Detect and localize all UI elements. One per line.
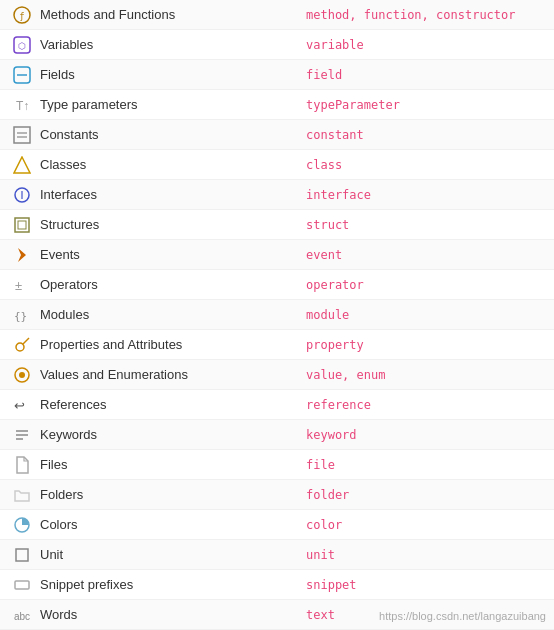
icon-files	[8, 456, 36, 474]
label-type-parameters: Type parameters	[36, 97, 306, 112]
row-modules: {} Modules module	[0, 300, 554, 330]
row-snippet-prefixes: Snippet prefixes snippet	[0, 570, 554, 600]
watermark: https://blog.csdn.net/langazuibang	[379, 610, 546, 622]
row-type-parameters: T↑ Type parameters typeParameter	[0, 90, 554, 120]
value-folders: folder	[306, 488, 546, 502]
label-keywords: Keywords	[36, 427, 306, 442]
label-words: Words	[36, 607, 306, 622]
row-structures: Structures struct	[0, 210, 554, 240]
value-events: event	[306, 248, 546, 262]
value-classes: class	[306, 158, 546, 172]
row-references: ↩ References reference	[0, 390, 554, 420]
icon-keywords	[8, 426, 36, 444]
icon-references: ↩	[8, 396, 36, 414]
label-classes: Classes	[36, 157, 306, 172]
label-fields: Fields	[36, 67, 306, 82]
row-files: Files file	[0, 450, 554, 480]
value-interfaces: interface	[306, 188, 546, 202]
icon-structures	[8, 216, 36, 234]
row-operators: ± Operators operator	[0, 270, 554, 300]
svg-rect-7	[14, 127, 30, 143]
value-methods-functions: method, function, constructor	[306, 8, 546, 22]
value-type-parameters: typeParameter	[306, 98, 546, 112]
row-classes: Classes class	[0, 150, 554, 180]
svg-text:ƒ: ƒ	[19, 11, 24, 21]
value-unit: unit	[306, 548, 546, 562]
row-colors: Colors color	[0, 510, 554, 540]
label-colors: Colors	[36, 517, 306, 532]
value-structures: struct	[306, 218, 546, 232]
svg-point-20	[19, 372, 25, 378]
label-references: References	[36, 397, 306, 412]
svg-text:abc: abc	[14, 611, 30, 622]
value-modules: module	[306, 308, 546, 322]
value-variables: variable	[306, 38, 546, 52]
label-modules: Modules	[36, 307, 306, 322]
icon-methods-functions: ƒ	[8, 6, 36, 24]
label-files: Files	[36, 457, 306, 472]
svg-rect-14	[18, 221, 26, 229]
icon-unit	[8, 546, 36, 564]
icon-properties	[8, 336, 36, 354]
label-events: Events	[36, 247, 306, 262]
icon-folders	[8, 486, 36, 504]
row-values-enums: Values and Enumerations value, enum	[0, 360, 554, 390]
row-fields: Fields field	[0, 60, 554, 90]
label-values-enums: Values and Enumerations	[36, 367, 306, 382]
icon-colors	[8, 516, 36, 534]
value-files: file	[306, 458, 546, 472]
svg-rect-26	[16, 549, 28, 561]
row-folders: Folders folder	[0, 480, 554, 510]
value-constants: constant	[306, 128, 546, 142]
icon-type-parameters: T↑	[8, 96, 36, 114]
icon-snippet-prefixes	[8, 576, 36, 594]
label-folders: Folders	[36, 487, 306, 502]
svg-text:T↑: T↑	[16, 99, 29, 113]
icon-operators: ±	[8, 276, 36, 294]
svg-point-17	[16, 343, 24, 351]
svg-line-18	[23, 338, 29, 344]
label-methods-functions: Methods and Functions	[36, 7, 306, 22]
label-constants: Constants	[36, 127, 306, 142]
row-methods-functions: ƒ Methods and Functions method, function…	[0, 0, 554, 30]
value-snippet-prefixes: snippet	[306, 578, 546, 592]
label-properties: Properties and Attributes	[36, 337, 306, 352]
row-interfaces: Interfaces interface	[0, 180, 554, 210]
icon-constants	[8, 126, 36, 144]
row-events: Events event	[0, 240, 554, 270]
icon-interfaces	[8, 186, 36, 204]
value-properties: property	[306, 338, 546, 352]
svg-text:{}: {}	[14, 310, 27, 323]
row-keywords: Keywords keyword	[0, 420, 554, 450]
row-constants: Constants constant	[0, 120, 554, 150]
label-unit: Unit	[36, 547, 306, 562]
icon-variables: ⬡	[8, 36, 36, 54]
value-keywords: keyword	[306, 428, 546, 442]
icon-values-enums	[8, 366, 36, 384]
icon-fields	[8, 66, 36, 84]
svg-text:⬡: ⬡	[18, 41, 26, 51]
icon-classes	[8, 156, 36, 174]
icon-events	[8, 246, 36, 264]
label-operators: Operators	[36, 277, 306, 292]
value-colors: color	[306, 518, 546, 532]
label-variables: Variables	[36, 37, 306, 52]
value-values-enums: value, enum	[306, 368, 546, 382]
svg-text:±: ±	[15, 278, 22, 293]
svg-text:↩: ↩	[14, 398, 25, 413]
icon-words: abc	[8, 606, 36, 624]
row-properties: Properties and Attributes property	[0, 330, 554, 360]
row-unit: Unit unit	[0, 540, 554, 570]
value-fields: field	[306, 68, 546, 82]
value-operators: operator	[306, 278, 546, 292]
icon-modules: {}	[8, 306, 36, 324]
label-snippet-prefixes: Snippet prefixes	[36, 577, 306, 592]
value-references: reference	[306, 398, 546, 412]
label-structures: Structures	[36, 217, 306, 232]
label-interfaces: Interfaces	[36, 187, 306, 202]
row-variables: ⬡ Variables variable	[0, 30, 554, 60]
svg-rect-13	[15, 218, 29, 232]
svg-rect-27	[15, 581, 29, 589]
svg-marker-10	[14, 157, 30, 173]
